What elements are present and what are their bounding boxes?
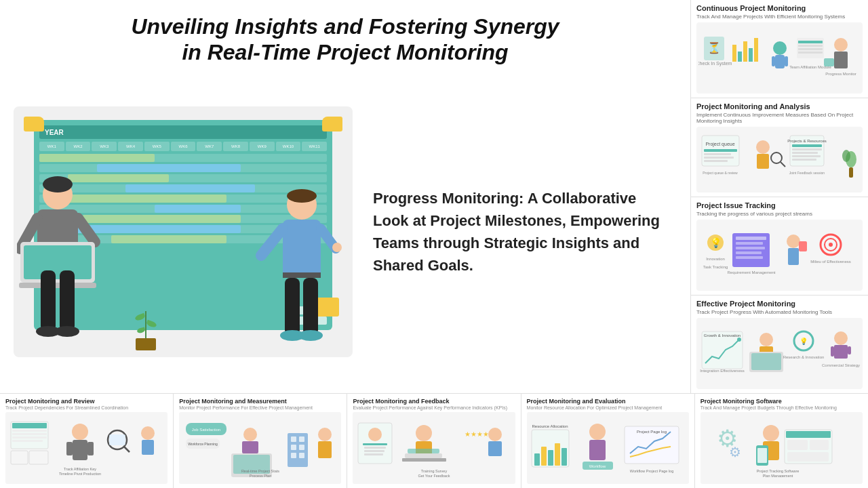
sidebar-card-analysis[interactable]: Project Monitoring and Analysis Implemen… [691,98,868,197]
svg-point-63 [842,150,850,162]
gantt-weeks: WK1 WK2 WK3 WK4 WK5 WK6 WK7 WK8 WK9 WK10… [39,142,327,151]
svg-point-13 [287,189,317,203]
svg-text:⏳: ⏳ [707,41,721,54]
sidebar-card-title-1: Continuous Project Monitoring [696,4,863,12]
svg-text:💡: 💡 [709,237,722,249]
main-content: Unveiling Insights and Fostering Synergy… [0,0,868,393]
card-illustration-2: Project queue Projects & Resources [698,132,861,186]
svg-text:Commercial Strategy: Commercial Strategy [821,363,859,367]
bottom-card-review[interactable]: Project Monitoring and Review Track Proj… [0,394,174,488]
bottom-illustration-5: ⚙ ⚙ Project Tracking Software Plan Manag… [703,420,859,477]
svg-rect-32 [775,55,785,68]
svg-text:Progress Monitor: Progress Monitor [825,72,856,76]
sidebar-card-issue-tracking[interactable]: Project Issue Tracking Tracking the prog… [691,197,868,296]
svg-line-54 [781,162,785,167]
svg-line-4 [78,218,95,242]
bottom-card-subtitle-2: Monitor Project Performance For Effectiv… [179,405,341,410]
svg-rect-30 [754,38,758,62]
week-col: WK2 [66,142,91,151]
svg-rect-160 [548,450,553,466]
svg-rect-117 [142,440,154,455]
svg-rect-61 [792,159,816,161]
year-label: YEAR [45,129,64,136]
svg-rect-37 [798,45,823,47]
svg-rect-177 [786,431,831,438]
svg-rect-75 [736,256,763,259]
bottom-card-evaluation[interactable]: Project Monitoring and Evaluation Monito… [521,394,695,488]
svg-point-87 [737,338,741,342]
sidebar-card-continuous-monitoring[interactable]: Continuous Project Monitoring Track And … [691,0,868,98]
svg-rect-43 [824,58,834,66]
svg-text:Check In System: Check In System [698,61,732,66]
bottom-card-subtitle-4: Monitor Resource Allocation For Optimize… [527,405,689,410]
svg-rect-20 [303,278,318,336]
svg-rect-125 [242,441,258,453]
bottom-card-img-1: Track Affiliation Key Timeline Pivot Pro… [5,412,167,484]
svg-rect-57 [792,144,822,147]
sidebar-card-img-4: Growth & Innovation Integration Effectiv… [696,318,863,389]
svg-rect-143 [364,447,386,449]
svg-point-51 [756,140,770,154]
svg-text:Project queue & review: Project queue & review [703,171,738,175]
bottom-card-img-2: Job Satisfaction Workforce Planning [179,412,341,484]
svg-rect-52 [757,154,769,169]
svg-rect-179 [810,440,829,450]
svg-rect-150 [408,449,439,453]
svg-rect-158 [534,453,540,466]
svg-point-81 [829,243,833,247]
svg-rect-134 [291,453,296,458]
bottom-card-title-4: Project Monitoring and Evaluation [527,398,689,405]
svg-rect-130 [291,436,296,442]
bottom-card-img-5: ⚙ ⚙ Project Tracking Software Plan Manag… [701,412,863,484]
svg-rect-19 [285,278,300,336]
svg-rect-92 [751,353,781,370]
svg-rect-102 [12,423,47,428]
svg-rect-142 [363,443,387,445]
svg-rect-105 [12,436,47,439]
sidebar-card-subtitle-1: Track And Manage Projects With Efficient… [696,14,863,20]
person-left-figure [17,161,125,357]
week-col: WK8 [223,142,248,151]
svg-text:Requirement Management: Requirement Management [727,270,775,274]
svg-point-18 [332,243,342,252]
svg-text:Job Satisfaction: Job Satisfaction [192,428,220,432]
gantt-header: YEAR [39,125,327,139]
svg-rect-106 [12,440,43,442]
sidebar-card-title-2: Project Monitoring and Analysis [696,102,863,110]
svg-line-114 [124,447,130,452]
svg-rect-111 [66,442,73,455]
week-col: WK5 [144,142,170,151]
svg-text:Project queue: Project queue [705,142,734,147]
svg-rect-49 [704,157,734,159]
description-area: Progress Monitoring: A Collaborative Loo… [359,180,677,283]
week-col: WK1 [39,142,64,151]
svg-rect-59 [792,152,818,154]
bottom-card-software[interactable]: Project Monitoring Software Track And Ma… [695,394,868,488]
svg-rect-48 [704,153,731,155]
sidebar-card-effective-monitoring[interactable]: Effective Project Monitoring Track Proje… [691,296,868,393]
svg-rect-175 [757,448,767,463]
sidebar-card-img-3: 💡 Innovation M [696,220,863,291]
svg-rect-178 [787,440,808,450]
svg-text:Get Your Feedback: Get Your Feedback [418,474,450,477]
svg-rect-27 [738,52,742,62]
bottom-card-subtitle-1: Track Project Dependencies For Streamlin… [5,405,167,410]
svg-rect-133 [299,445,304,450]
svg-rect-71 [736,237,766,240]
bottom-card-title-5: Project Monitoring Software [701,398,863,405]
hero-description: Progress Monitoring: A Collaborative Loo… [373,187,663,277]
bottom-card-feedback[interactable]: Project Monitoring and Feedback Evaluate… [347,394,521,488]
svg-text:Innovation: Innovation [706,257,725,261]
svg-rect-9 [60,270,75,331]
svg-text:Milieu of Effectiveness: Milieu of Effectiveness [810,260,851,264]
svg-text:Workflow  Project Page log: Workflow Project Page log [630,469,673,473]
svg-point-141 [368,428,382,441]
svg-rect-29 [749,48,753,62]
bottom-illustration-3: ★★★★★ Training Survey Get Your Feedback [356,420,512,477]
bottom-card-title-3: Project Monitoring and Feedback [353,398,515,405]
left-section: Unveiling Insights and Fostering Synergy… [0,0,690,393]
svg-rect-164 [589,440,606,460]
bottom-illustration-4: Resource Allocation Workflow Project Pag… [530,420,686,477]
bottom-card-measurement[interactable]: Project Monitoring and Measurement Monit… [174,394,347,488]
svg-rect-33 [772,56,775,66]
